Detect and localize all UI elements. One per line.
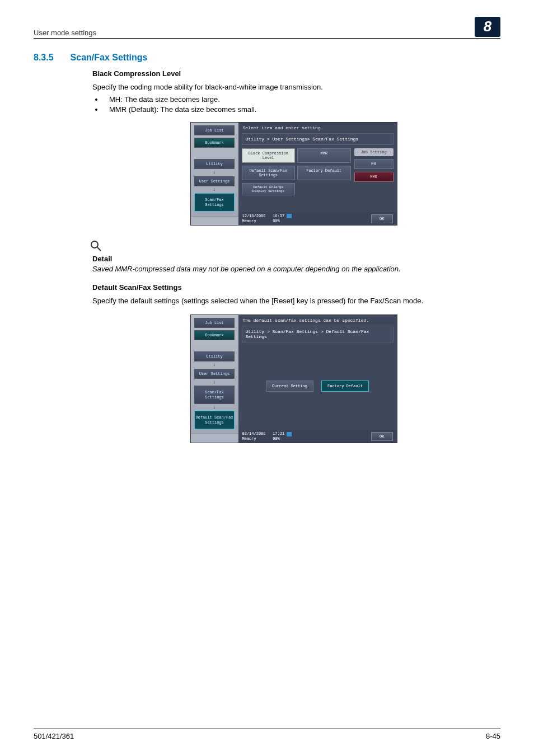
down-arrow-icon: ↓ xyxy=(213,406,216,409)
status-memory-label: Memory xyxy=(242,219,256,223)
down-arrow-icon: ↓ xyxy=(213,171,216,174)
svg-line-1 xyxy=(97,247,101,251)
ok-button[interactable]: OK xyxy=(371,432,392,441)
mmr-button[interactable]: MMR xyxy=(354,172,394,182)
section-title: Scan/Fax Settings xyxy=(71,53,148,63)
ok-button[interactable]: OK xyxy=(371,214,392,223)
job-setting-label: Job Setting xyxy=(354,148,394,156)
bullet-mh: MH: The data size becomes large. xyxy=(104,95,495,104)
factory-default-button[interactable]: Factory Default xyxy=(321,381,369,392)
memory-icon xyxy=(287,432,292,436)
down-arrow-icon: ↓ xyxy=(213,364,216,367)
status-memory-pct: 90% xyxy=(273,219,280,223)
status-date: 12/18/2008 xyxy=(242,214,266,218)
footer-model: 501/421/361 xyxy=(34,732,74,740)
bookmark-tab[interactable]: Bookmark xyxy=(194,138,235,148)
down-arrow-icon: ↓ xyxy=(213,189,216,191)
nav-user-settings[interactable]: User Settings xyxy=(194,176,235,186)
subheading-default-scanfax: Default Scan/Fax Settings xyxy=(92,283,495,292)
default-scanfax-settings-button[interactable]: Default Scan/Fax Settings xyxy=(242,166,296,180)
mmr-value-button[interactable]: MMR xyxy=(297,148,351,163)
magnifier-icon xyxy=(90,240,495,255)
status-time: 17:21 xyxy=(273,431,284,436)
memory-icon xyxy=(287,214,292,218)
chapter-number-badge: 8 xyxy=(475,17,500,37)
default-enlarge-button[interactable]: Default Enlarge Display Settings xyxy=(242,183,296,195)
job-list-tab[interactable]: Job List xyxy=(194,318,235,328)
page-header: User mode settings xyxy=(34,29,96,37)
status-time: 16:37 xyxy=(273,214,284,218)
status-memory-label: Memory xyxy=(242,436,256,441)
nav-scanfax-settings[interactable]: Scan/Fax Settings xyxy=(194,386,235,404)
detail-text: Saved MMR-compressed data may not be ope… xyxy=(92,265,495,273)
breadcrumb-path: Utility > User Settings> Scan/Fax Settin… xyxy=(242,133,394,145)
screenshot-scanfax-settings: Job List Bookmark Utility ↓ User Setting… xyxy=(190,122,397,226)
job-list-tab[interactable]: Job List xyxy=(194,125,235,135)
nav-default-scanfax[interactable]: Default Scan/Fax Settings xyxy=(194,411,235,429)
nav-scanfax-settings[interactable]: Scan/Fax Settings xyxy=(194,193,235,212)
nav-utility[interactable]: Utility xyxy=(194,351,235,361)
detail-label: Detail xyxy=(92,255,495,263)
intro-text-2: Specify the default settings (settings s… xyxy=(92,296,495,306)
black-compression-level-button[interactable]: Black Compression Level xyxy=(242,148,296,163)
footer-page-number: 8-45 xyxy=(486,732,500,740)
instruction-text: Select item and enter setting. xyxy=(238,123,397,133)
breadcrumb-path: Utility > Scan/Fax Settings > Default Sc… xyxy=(242,326,394,342)
svg-point-0 xyxy=(91,241,98,248)
intro-text-1: Specify the coding mode ability for blac… xyxy=(92,82,495,92)
nav-utility[interactable]: Utility xyxy=(194,159,235,169)
status-date: 02/14/2008 xyxy=(242,431,266,436)
section-number: 8.3.5 xyxy=(34,53,54,63)
mh-button[interactable]: MH xyxy=(354,159,394,169)
bullet-mmr: MMR (Default): The data size becomes sma… xyxy=(104,105,495,114)
current-setting-button[interactable]: Current Setting xyxy=(266,381,313,392)
down-arrow-icon: ↓ xyxy=(213,381,216,384)
bookmark-tab[interactable]: Bookmark xyxy=(194,330,235,340)
instruction-text: The default scan/fax settings can be spe… xyxy=(238,315,397,326)
factory-default-value-button[interactable]: Factory Default xyxy=(297,166,351,180)
nav-user-settings[interactable]: User Settings xyxy=(194,369,235,379)
subheading-black-compression: Black Compression Level xyxy=(92,69,495,78)
screenshot-default-scanfax: Job List Bookmark Utility ↓ User Setting… xyxy=(190,314,397,443)
status-memory-pct: 90% xyxy=(273,436,280,441)
